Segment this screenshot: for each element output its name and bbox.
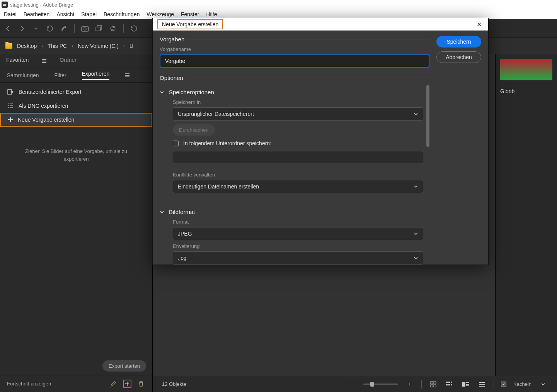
nav-back-icon[interactable]	[3, 24, 13, 34]
svg-rect-18	[466, 384, 469, 385]
subfolder-checkbox[interactable]	[173, 141, 179, 146]
format-dropdown[interactable]: JPEG	[173, 227, 423, 240]
rotate-ccw-icon[interactable]	[129, 24, 139, 34]
right-panel: Gloob	[495, 54, 557, 376]
zoom-in-icon[interactable]: +	[405, 380, 414, 389]
chevron-right-icon: ›	[41, 43, 43, 49]
menu-ansicht[interactable]: Ansicht	[56, 11, 74, 17]
view-list-icon[interactable]	[477, 380, 487, 389]
dialog-scrollbar[interactable]	[426, 85, 429, 147]
add-preset-icon[interactable]	[123, 380, 131, 388]
menu-bearbeiten[interactable]: Bearbeiten	[24, 11, 50, 17]
menu-werkzeuge[interactable]: Werkzeuge	[146, 11, 174, 17]
save-button[interactable]: Speichern	[436, 36, 481, 48]
stack-icon[interactable]	[94, 24, 104, 34]
thumbnail[interactable]	[500, 59, 552, 80]
edit-icon[interactable]	[109, 380, 118, 388]
svg-rect-2	[83, 26, 85, 27]
svg-rect-19	[466, 385, 469, 386]
export-start-button[interactable]: Export starten	[102, 360, 146, 372]
export-custom[interactable]: Benutzerdefinierter Export	[0, 85, 152, 99]
export-hint: Ziehen Sie Bilder auf eine Vorgabe, um s…	[0, 129, 152, 181]
view-detail-icon[interactable]	[461, 380, 470, 389]
view-grid-icon[interactable]	[429, 380, 438, 389]
svg-rect-21	[479, 384, 485, 385]
boomerang-icon[interactable]	[59, 24, 69, 34]
export-dng[interactable]: Als DNG exportieren	[0, 99, 152, 113]
svg-rect-8	[431, 385, 433, 387]
refresh-icon[interactable]	[108, 24, 118, 34]
dropdown-value: Ursprünglicher Dateispeicherort	[178, 111, 254, 117]
tab-sammlungen[interactable]: Sammlungen	[7, 72, 39, 78]
chevron-down-icon[interactable]	[31, 24, 41, 34]
ext-dropdown[interactable]: .jpg	[173, 251, 423, 265]
save-in-label: Speichern in	[173, 99, 423, 105]
object-count: 12 Objekte	[162, 381, 186, 387]
tab-ordner[interactable]: Ordner	[60, 57, 77, 65]
group-save-options[interactable]: Speicheroptionen	[160, 89, 425, 95]
crumb-thispc[interactable]: This PC	[48, 43, 67, 49]
menu-icon[interactable]	[125, 73, 129, 77]
tab-exportieren[interactable]: Exportieren	[82, 71, 110, 80]
tab-favoriten[interactable]: Favoriten	[6, 57, 29, 65]
dialog-titlebar: Neue Vorgabe erstellen ✕	[153, 18, 488, 31]
menu-fenster[interactable]: Fenster	[181, 11, 199, 17]
window-title: stage testing - Adobe Bridge	[10, 2, 73, 8]
left-tabs-bottom: Sammlungen Filter Exportieren	[0, 68, 152, 83]
menu-stapel[interactable]: Stapel	[81, 11, 97, 17]
crumb-last[interactable]: U	[129, 43, 133, 49]
export-preset-list: Benutzerdefinierter Export Als DNG expor…	[0, 83, 152, 129]
trash-icon[interactable]	[137, 380, 145, 388]
view-tiles-icon[interactable]	[445, 380, 454, 389]
svg-rect-14	[448, 384, 450, 385]
menu-icon[interactable]	[42, 59, 46, 63]
plus-icon	[8, 117, 13, 122]
content-footer: 12 Objekte − + ✓ Kacheln	[153, 376, 557, 392]
window-titlebar: Br stage testing - Adobe Bridge	[0, 0, 557, 9]
folder-icon	[5, 43, 12, 49]
tab-filter[interactable]: Filter	[55, 72, 66, 78]
nav-forward-icon[interactable]	[17, 24, 27, 34]
section-vorgaben: Vorgaben	[160, 36, 184, 42]
svg-rect-4	[96, 27, 100, 31]
chevron-down-icon	[414, 112, 418, 116]
svg-rect-15	[451, 384, 452, 385]
dropdown-value: Eindeutigen Dateinamen erstellen	[178, 183, 259, 190]
svg-rect-0	[82, 27, 89, 31]
ext-label: Erweiterung	[173, 243, 423, 249]
chevron-down-icon[interactable]	[538, 380, 548, 389]
menu-datei[interactable]: Datei	[4, 11, 17, 17]
preset-name-input[interactable]	[160, 54, 429, 68]
export-item-label: Benutzerdefinierter Export	[19, 89, 82, 95]
export-item-label: Neue Vorgabe erstellen	[18, 117, 74, 123]
menu-beschriftungen[interactable]: Beschriftungen	[104, 11, 140, 17]
save-in-dropdown[interactable]: Ursprünglicher Dateispeicherort	[173, 107, 423, 120]
menu-hilfe[interactable]: Hilfe	[206, 11, 217, 17]
crumb-desktop[interactable]: Desktop	[17, 43, 37, 49]
camera-icon[interactable]	[80, 24, 90, 34]
subfolder-input[interactable]	[173, 151, 423, 163]
export-new-preset[interactable]: Neue Vorgabe erstellen	[0, 113, 152, 127]
history-icon[interactable]	[45, 24, 55, 34]
zoom-out-icon[interactable]: −	[347, 380, 356, 389]
zoom-slider[interactable]	[363, 384, 398, 385]
chevron-down-icon	[160, 90, 164, 95]
dropdown-value: .jpg	[178, 255, 187, 261]
list-icon	[7, 102, 14, 109]
svg-rect-7	[434, 382, 436, 384]
crumb-volume[interactable]: New Volume (C:)	[78, 43, 119, 49]
cancel-button[interactable]: Abbrechen	[436, 51, 481, 63]
svg-rect-20	[479, 382, 485, 383]
chevron-down-icon	[160, 210, 164, 214]
svg-rect-11	[448, 382, 450, 383]
tiles-checkbox[interactable]: ✓	[501, 382, 506, 387]
browse-button: Durchsuchen	[173, 124, 215, 136]
progress-label[interactable]: Fortschritt anzeigen	[7, 381, 51, 387]
group-image-format[interactable]: Bildformat	[160, 209, 425, 215]
section-optionen: Optionen	[160, 75, 183, 81]
svg-rect-17	[466, 382, 469, 383]
dropdown-value: JPEG	[178, 231, 192, 237]
close-icon[interactable]: ✕	[474, 20, 484, 29]
chevron-down-icon	[414, 184, 418, 189]
conflict-dropdown[interactable]: Eindeutigen Dateinamen erstellen	[173, 180, 423, 193]
